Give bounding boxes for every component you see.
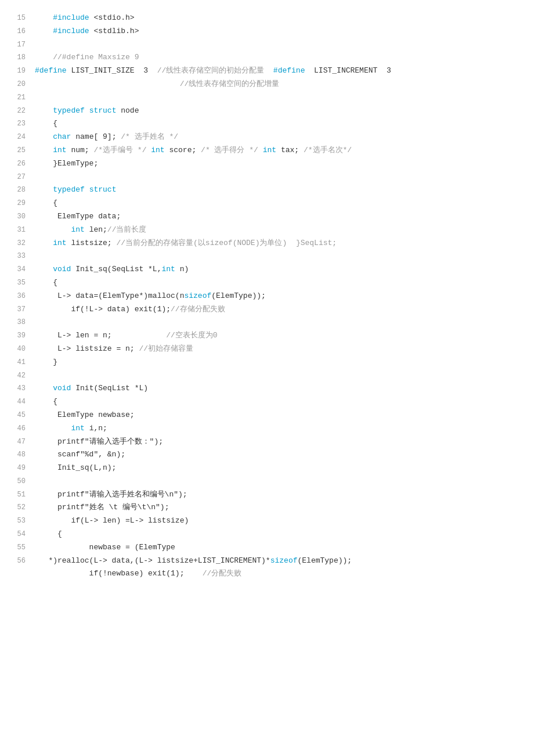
line-content: void Init_sq(SeqList *L,int n) <box>35 264 534 276</box>
line-content: int len;//当前长度 <box>35 224 534 236</box>
code-line: 54 { <box>0 528 534 541</box>
line-number: 54 <box>0 529 35 540</box>
line-number: 38 <box>0 317 35 328</box>
line-number: 26 <box>0 159 35 170</box>
code-line: 22 typedef struct node <box>0 105 534 118</box>
line-content <box>35 39 534 51</box>
line-content: } <box>35 357 534 369</box>
code-line: 53 if(L-> len) =L-> listsize) <box>0 514 534 528</box>
line-content <box>35 171 534 183</box>
code-line: 29 { <box>0 197 534 210</box>
line-number: 55 <box>0 542 35 553</box>
line-number: 36 <box>0 291 35 302</box>
code-line: 37 if(!L-> data) exit(1);//存储分配失败 <box>0 303 534 316</box>
line-number: 48 <box>0 449 35 460</box>
code-line: 18 //#define Maxsize 9 <box>0 51 534 64</box>
line-content: #include <stdio.h> <box>35 12 534 24</box>
line-content <box>35 250 534 262</box>
line-number: 21 <box>0 92 35 103</box>
line-content: scanf"%d", &n); <box>35 449 534 461</box>
line-number: 28 <box>0 185 35 196</box>
code-line: 15 #include <stdio.h> <box>0 12 534 25</box>
code-line: 48 scanf"%d", &n); <box>0 448 534 462</box>
line-number: 15 <box>0 13 35 24</box>
line-number: 37 <box>0 304 35 315</box>
line-number: 45 <box>0 410 35 421</box>
code-line: 55 newbase = (ElemType <box>0 541 534 555</box>
line-number: 32 <box>0 238 35 249</box>
line-content: printf"请输入选手个数："); <box>35 436 534 448</box>
code-line: 35 { <box>0 276 534 290</box>
code-line: 20 //线性表存储空间的分配增量 <box>0 78 534 91</box>
code-line: 33 <box>0 250 534 263</box>
code-line: 31 int len;//当前长度 <box>0 224 534 237</box>
line-content: void Init(SeqList *L) <box>35 383 534 395</box>
code-line: 44 { <box>0 395 534 409</box>
code-line: 30 ElemType data; <box>0 210 534 224</box>
line-number: 43 <box>0 383 35 394</box>
line-number: 34 <box>0 264 35 275</box>
code-line: 28 typedef struct <box>0 183 534 197</box>
code-line: 46 int i,n; <box>0 422 534 435</box>
code-line: 41 } <box>0 356 534 369</box>
line-content: newbase = (ElemType <box>35 542 534 554</box>
line-number: 35 <box>0 278 35 289</box>
line-number: 24 <box>0 132 35 143</box>
line-number: 25 <box>0 145 35 156</box>
code-line: 38 <box>0 316 534 329</box>
line-number: 44 <box>0 397 35 408</box>
code-line: 24 char name[ 9]; /* 选手姓名 */ <box>0 131 534 144</box>
line-number: 19 <box>0 66 35 77</box>
line-content: L-> data=(ElemType*)malloc(nsizeof(ElemT… <box>35 290 534 303</box>
line-content: { <box>35 118 534 130</box>
line-number: 27 <box>0 172 35 183</box>
line-number: 23 <box>0 118 35 129</box>
code-line: 39 L-> len = n; //空表长度为0 <box>0 329 534 343</box>
line-content: #include <stdlib.h> <box>35 26 534 38</box>
line-number: 17 <box>0 39 35 51</box>
line-number: 53 <box>0 516 35 527</box>
line-number: 41 <box>0 357 35 368</box>
code-line: 32 int listsize; //当前分配的存储容量(以sizeof(NOD… <box>0 237 534 250</box>
code-line: 52 printf"姓名 \t 编号\t\n"); <box>0 501 534 514</box>
line-number: 18 <box>0 52 35 63</box>
line-content: }ElemType; <box>35 158 534 170</box>
line-number: 31 <box>0 225 35 236</box>
line-number: 42 <box>0 370 35 381</box>
line-content: L-> len = n; //空表长度为0 <box>35 330 534 342</box>
line-content: Init_sq(L,n); <box>35 462 534 474</box>
line-number: 16 <box>0 26 35 37</box>
code-line: if(!newbase) exit(1); //分配失败 <box>0 567 534 581</box>
line-number: 50 <box>0 476 35 487</box>
code-line: 49 Init_sq(L,n); <box>0 462 534 475</box>
line-content <box>35 92 534 104</box>
code-line: 45 ElemType newbase; <box>0 409 534 422</box>
line-content: ElemType data; <box>35 211 534 223</box>
line-number: 29 <box>0 198 35 209</box>
line-content: { <box>35 197 534 210</box>
line-content: printf"姓名 \t 编号\t\n"); <box>35 502 534 514</box>
line-content <box>35 316 534 329</box>
line-content: if(!L-> data) exit(1);//存储分配失败 <box>35 304 534 316</box>
line-content: int i,n; <box>35 423 534 435</box>
code-line: 19#define LIST_INIT_SIZE 3 //线性表存储空间的初始分… <box>0 64 534 78</box>
code-line: 50 <box>0 475 534 488</box>
line-number: 51 <box>0 489 35 501</box>
line-content: if(!newbase) exit(1); //分配失败 <box>35 568 534 580</box>
code-line: 17 <box>0 38 534 52</box>
code-line: 43 void Init(SeqList *L) <box>0 382 534 395</box>
line-content: ElemType newbase; <box>35 409 534 422</box>
line-content: { <box>35 277 534 289</box>
line-number: 49 <box>0 463 35 474</box>
line-number: 56 <box>0 556 35 567</box>
line-number: 39 <box>0 330 35 341</box>
line-number: 52 <box>0 502 35 513</box>
line-content: typedef struct <box>35 184 534 196</box>
code-line: 47 printf"请输入选手个数："); <box>0 435 534 449</box>
line-content: char name[ 9]; /* 选手姓名 */ <box>35 131 534 143</box>
line-content: *)realloc(L-> data,(L-> listsize+LIST_IN… <box>35 555 534 567</box>
code-editor: 15 #include <stdio.h>16 #include <stdlib… <box>0 0 534 756</box>
line-content: //线性表存储空间的分配增量 <box>35 78 534 91</box>
code-line: 34 void Init_sq(SeqList *L,int n) <box>0 263 534 276</box>
code-line: 21 <box>0 91 534 105</box>
